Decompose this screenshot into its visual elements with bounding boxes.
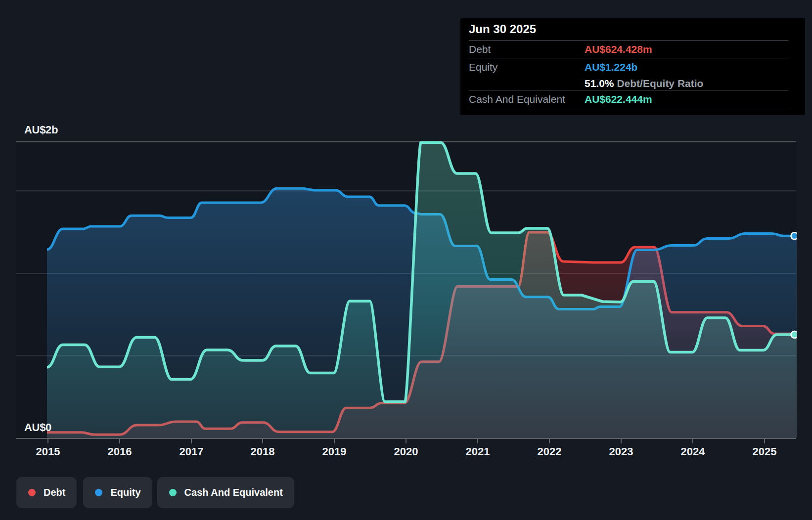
svg-text:2018: 2018 <box>251 445 275 458</box>
svg-text:2015: 2015 <box>36 445 60 458</box>
svg-text:2023: 2023 <box>609 445 633 458</box>
svg-text:2024: 2024 <box>681 445 706 458</box>
svg-text:2020: 2020 <box>394 445 418 458</box>
svg-text:2016: 2016 <box>108 445 132 458</box>
svg-text:2021: 2021 <box>466 445 490 458</box>
svg-text:2025: 2025 <box>753 445 777 458</box>
svg-text:2022: 2022 <box>538 445 562 458</box>
svg-text:AU$0: AU$0 <box>24 421 51 433</box>
svg-text:2019: 2019 <box>322 445 347 458</box>
svg-text:AU$2b: AU$2b <box>24 124 58 136</box>
svg-text:2017: 2017 <box>180 445 204 458</box>
